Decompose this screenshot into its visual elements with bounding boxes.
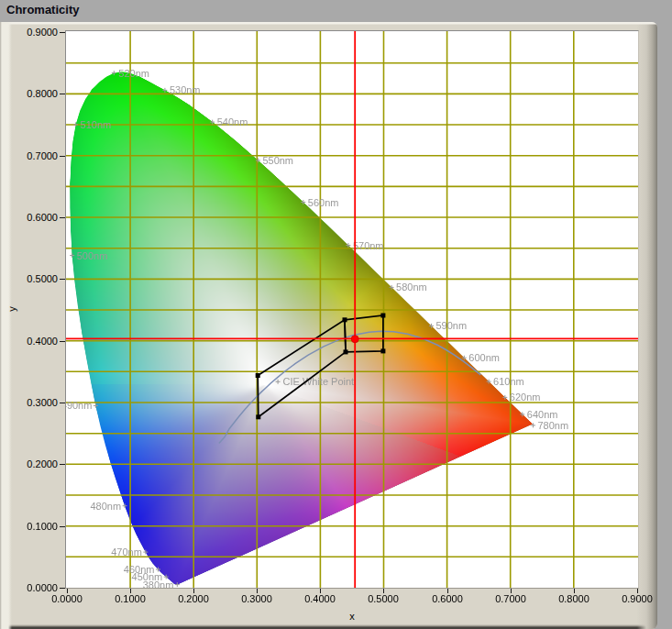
svg-text:CIE White Point: CIE White Point [283, 376, 355, 387]
svg-text:620nm: 620nm [510, 392, 541, 403]
svg-text:460nm: 460nm [124, 564, 155, 575]
svg-text:780nm: 780nm [538, 420, 569, 431]
svg-text:590nm: 590nm [436, 320, 468, 331]
svg-text:470nm: 470nm [111, 546, 142, 557]
svg-text:500nm: 500nm [77, 250, 108, 261]
svg-text:490nm: 490nm [66, 400, 92, 411]
svg-text:580nm: 580nm [396, 281, 427, 292]
svg-text:570nm: 570nm [353, 240, 384, 251]
svg-text:510nm: 510nm [81, 119, 112, 130]
svg-text:520nm: 520nm [118, 68, 149, 79]
svg-text:480nm: 480nm [90, 501, 121, 512]
svg-text:600nm: 600nm [468, 352, 500, 363]
svg-text:560nm: 560nm [308, 197, 339, 208]
svg-text:540nm: 540nm [217, 116, 248, 127]
svg-text:530nm: 530nm [170, 84, 201, 95]
svg-text:610nm: 610nm [493, 376, 524, 387]
svg-text:550nm: 550nm [262, 155, 293, 166]
svg-text:640nm: 640nm [527, 409, 558, 420]
